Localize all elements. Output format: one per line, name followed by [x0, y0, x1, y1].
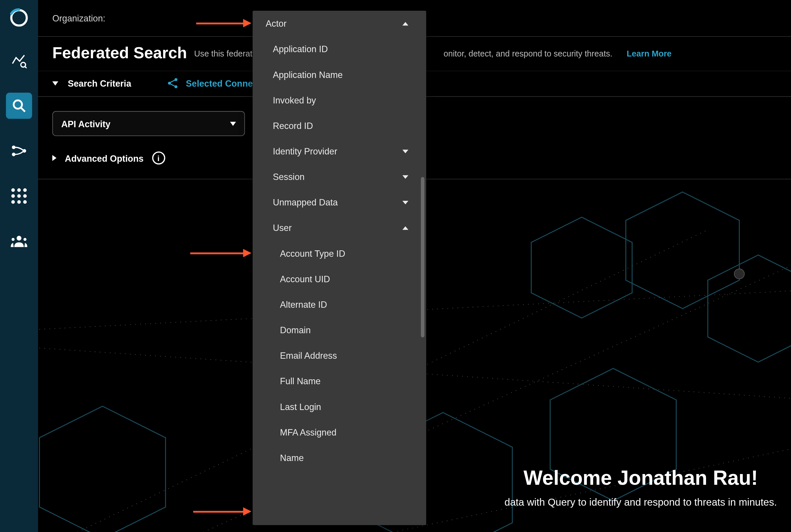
svg-point-13	[174, 86, 177, 88]
dropdown-group-label: User	[273, 223, 292, 233]
page-subtitle-right-fragment: onitor, detect, and respond to security …	[444, 49, 612, 58]
annotation-arrow-name	[193, 511, 250, 513]
nav-users-icon[interactable]	[6, 228, 32, 254]
svg-point-12	[174, 78, 177, 81]
left-sidebar	[0, 0, 38, 532]
nav-analytics-icon[interactable]	[6, 48, 32, 74]
svg-marker-18	[708, 255, 791, 362]
dropdown-item-name[interactable]: Name	[253, 445, 421, 470]
svg-point-8	[17, 236, 21, 241]
dropdown-item-application-id[interactable]: Application ID	[253, 36, 421, 62]
dropdown-item-record-id[interactable]: Record ID	[253, 113, 421, 138]
svg-marker-17	[626, 192, 739, 309]
dropdown-item-account-uid[interactable]: Account UID	[253, 266, 421, 291]
search-criteria-toggle[interactable]: Search Criteria	[52, 78, 131, 88]
svg-point-1	[21, 62, 25, 67]
svg-point-10	[23, 238, 26, 241]
dropdown-group-label: Session	[273, 172, 305, 182]
annotation-arrow-actor	[196, 23, 250, 24]
share-icon	[167, 77, 179, 89]
selected-connections-label: Selected Conne	[186, 78, 253, 88]
svg-point-6	[13, 153, 15, 156]
caret-down-icon	[402, 175, 408, 178]
dropdown-group-session[interactable]: Session	[253, 164, 421, 190]
dropdown-item-alternate-id[interactable]: Alternate ID	[253, 292, 421, 317]
search-criteria-label: Search Criteria	[68, 78, 131, 88]
svg-point-3	[14, 100, 22, 109]
page-subtitle-left-fragment: Use this federated	[194, 49, 262, 58]
page-title: Federated Search	[52, 44, 187, 62]
welcome-heading: Welcome Jonathan Rau!	[504, 466, 777, 489]
organization-label: Organization:	[52, 13, 105, 23]
svg-point-5	[13, 146, 15, 148]
caret-down-icon	[402, 150, 408, 153]
app-logo-icon	[8, 7, 30, 29]
caret-up-icon	[402, 22, 408, 25]
dropdown-group-unmapped-data[interactable]: Unmapped Data	[253, 190, 421, 215]
nav-apps-icon[interactable]	[6, 183, 32, 209]
svg-marker-19	[39, 406, 166, 532]
dropdown-item-application-name[interactable]: Application Name	[253, 62, 421, 87]
dropdown-item-mfa-assigned[interactable]: MFA Assigned	[253, 419, 421, 445]
nav-search-icon[interactable]	[6, 93, 32, 119]
dropdown-group-identity-provider[interactable]: Identity Provider	[253, 138, 421, 164]
dropdown-item-email-address[interactable]: Email Address	[253, 343, 421, 368]
dropdown-group-actor[interactable]: Actor	[253, 11, 421, 36]
svg-marker-16	[531, 217, 632, 318]
info-icon[interactable]: i	[152, 152, 165, 165]
dropdown-item-invoked-by[interactable]: Invoked by	[253, 87, 421, 113]
chevron-down-icon	[52, 81, 58, 85]
dropdown-item-last-login[interactable]: Last Login	[253, 394, 421, 419]
caret-up-icon	[402, 226, 408, 229]
dropdown-scrollbar[interactable]	[421, 177, 424, 338]
svg-point-27	[734, 269, 744, 279]
field-dropdown-scroll[interactable]: Actor Application ID Application Name In…	[253, 11, 421, 525]
dropdown-group-user[interactable]: User	[253, 215, 421, 241]
svg-line-2	[25, 66, 27, 69]
event-class-select-value: API Activity	[61, 118, 110, 129]
advanced-options-label: Advanced Options	[65, 153, 144, 163]
chevron-right-icon	[52, 155, 56, 161]
event-class-select[interactable]: API Activity	[52, 111, 245, 136]
dropdown-group-label: Actor	[265, 19, 287, 29]
selected-connections-link[interactable]: Selected Conne	[167, 77, 253, 89]
dropdown-item-full-name[interactable]: Full Name	[253, 368, 421, 394]
svg-line-14	[170, 80, 174, 82]
caret-down-icon	[402, 201, 408, 204]
dropdown-group-label: Identity Provider	[273, 146, 337, 156]
chevron-down-icon	[230, 121, 236, 126]
svg-line-15	[170, 84, 174, 86]
welcome-subtext-fragment: data with Query to identify and respond …	[504, 497, 777, 509]
dropdown-group-label: Unmapped Data	[273, 197, 338, 207]
welcome-block: Welcome Jonathan Rau! data with Query to…	[504, 466, 777, 509]
learn-more-link[interactable]: Learn More	[627, 49, 672, 58]
svg-point-9	[12, 238, 15, 241]
field-dropdown: Actor Application ID Application Name In…	[253, 11, 426, 525]
nav-connections-icon[interactable]	[6, 138, 32, 164]
organization-name-redacted	[105, 10, 200, 26]
svg-point-7	[23, 150, 25, 152]
annotation-arrow-user	[190, 252, 250, 254]
dropdown-item-account-type-id[interactable]: Account Type ID	[253, 241, 421, 266]
svg-line-4	[21, 108, 25, 112]
dropdown-item-domain[interactable]: Domain	[253, 317, 421, 343]
